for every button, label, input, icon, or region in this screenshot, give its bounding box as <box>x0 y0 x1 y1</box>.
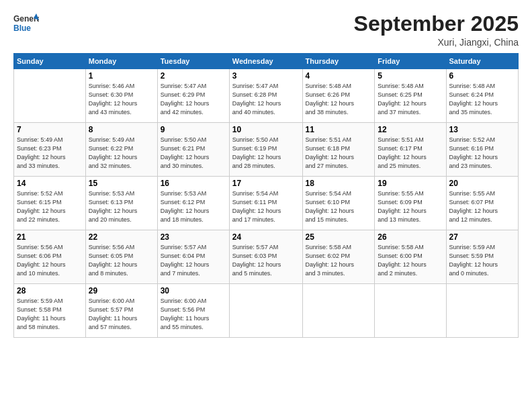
calendar-cell: 2Sunrise: 5:47 AM Sunset: 6:29 PM Daylig… <box>157 69 229 123</box>
day-info: Sunrise: 5:57 AM Sunset: 6:04 PM Dayligh… <box>161 243 226 278</box>
day-info: Sunrise: 5:55 AM Sunset: 6:07 PM Dayligh… <box>449 189 515 224</box>
day-info: Sunrise: 5:51 AM Sunset: 6:18 PM Dayligh… <box>306 136 372 171</box>
calendar-cell: 23Sunrise: 5:57 AM Sunset: 6:04 PM Dayli… <box>157 230 229 284</box>
day-info: Sunrise: 5:49 AM Sunset: 6:22 PM Dayligh… <box>89 136 154 171</box>
day-number: 4 <box>306 71 372 81</box>
calendar-cell <box>375 284 446 338</box>
day-number: 7 <box>17 125 83 134</box>
calendar-cell: 10Sunrise: 5:50 AM Sunset: 6:19 PM Dayli… <box>229 123 302 177</box>
day-info: Sunrise: 5:58 AM Sunset: 6:00 PM Dayligh… <box>378 243 443 278</box>
day-number: 29 <box>89 286 154 295</box>
day-number: 5 <box>378 71 443 81</box>
week-row-5: 28Sunrise: 5:59 AM Sunset: 5:58 PM Dayli… <box>14 284 519 338</box>
svg-text:Blue: Blue <box>13 24 31 33</box>
day-info: Sunrise: 5:49 AM Sunset: 6:23 PM Dayligh… <box>17 136 83 171</box>
day-number: 9 <box>161 125 226 134</box>
col-header-tuesday: Tuesday <box>157 54 229 69</box>
day-number: 6 <box>449 71 515 81</box>
day-info: Sunrise: 6:00 AM Sunset: 5:56 PM Dayligh… <box>161 297 226 332</box>
day-number: 11 <box>306 125 372 134</box>
calendar-cell: 1Sunrise: 5:46 AM Sunset: 6:30 PM Daylig… <box>85 69 157 123</box>
day-info: Sunrise: 5:52 AM Sunset: 6:15 PM Dayligh… <box>17 189 83 224</box>
day-info: Sunrise: 5:46 AM Sunset: 6:30 PM Dayligh… <box>89 82 154 117</box>
calendar-cell <box>446 284 518 338</box>
day-number: 19 <box>378 179 443 188</box>
calendar-table: SundayMondayTuesdayWednesdayThursdayFrid… <box>13 53 519 338</box>
day-number: 18 <box>306 179 372 188</box>
col-header-sunday: Sunday <box>14 54 86 69</box>
day-info: Sunrise: 5:57 AM Sunset: 6:03 PM Dayligh… <box>232 243 300 278</box>
calendar-cell: 28Sunrise: 5:59 AM Sunset: 5:58 PM Dayli… <box>14 284 86 338</box>
week-row-1: 1Sunrise: 5:46 AM Sunset: 6:30 PM Daylig… <box>14 69 519 123</box>
day-info: Sunrise: 5:48 AM Sunset: 6:24 PM Dayligh… <box>449 82 515 117</box>
day-info: Sunrise: 5:48 AM Sunset: 6:25 PM Dayligh… <box>378 82 443 117</box>
day-info: Sunrise: 5:50 AM Sunset: 6:19 PM Dayligh… <box>232 136 300 171</box>
col-header-wednesday: Wednesday <box>229 54 302 69</box>
location: Xuri, Jiangxi, China <box>354 37 519 48</box>
day-number: 28 <box>17 286 83 295</box>
calendar-cell <box>229 284 302 338</box>
calendar-cell: 20Sunrise: 5:55 AM Sunset: 6:07 PM Dayli… <box>446 177 518 230</box>
calendar-cell <box>302 284 375 338</box>
calendar-cell <box>14 69 86 123</box>
calendar-cell: 24Sunrise: 5:57 AM Sunset: 6:03 PM Dayli… <box>229 230 302 284</box>
calendar-cell: 14Sunrise: 5:52 AM Sunset: 6:15 PM Dayli… <box>14 177 86 230</box>
day-info: Sunrise: 5:56 AM Sunset: 6:05 PM Dayligh… <box>89 243 154 278</box>
calendar-cell: 18Sunrise: 5:54 AM Sunset: 6:10 PM Dayli… <box>302 177 375 230</box>
calendar-cell: 30Sunrise: 6:00 AM Sunset: 5:56 PM Dayli… <box>157 284 229 338</box>
day-number: 16 <box>161 179 226 188</box>
day-info: Sunrise: 5:53 AM Sunset: 6:12 PM Dayligh… <box>161 189 226 224</box>
day-info: Sunrise: 5:55 AM Sunset: 6:09 PM Dayligh… <box>378 189 443 224</box>
day-number: 12 <box>378 125 443 134</box>
calendar-cell: 25Sunrise: 5:58 AM Sunset: 6:02 PM Dayli… <box>302 230 375 284</box>
day-number: 3 <box>232 71 300 81</box>
calendar-cell: 29Sunrise: 6:00 AM Sunset: 5:57 PM Dayli… <box>85 284 157 338</box>
week-row-2: 7Sunrise: 5:49 AM Sunset: 6:23 PM Daylig… <box>14 123 519 177</box>
day-info: Sunrise: 5:54 AM Sunset: 6:11 PM Dayligh… <box>232 189 300 224</box>
calendar-cell: 27Sunrise: 5:59 AM Sunset: 5:59 PM Dayli… <box>446 230 518 284</box>
day-info: Sunrise: 5:58 AM Sunset: 6:02 PM Dayligh… <box>306 243 372 278</box>
calendar-cell: 12Sunrise: 5:51 AM Sunset: 6:17 PM Dayli… <box>375 123 446 177</box>
day-number: 26 <box>378 232 443 242</box>
day-number: 15 <box>89 179 154 188</box>
header-row: SundayMondayTuesdayWednesdayThursdayFrid… <box>14 54 519 69</box>
day-number: 21 <box>17 232 83 242</box>
day-info: Sunrise: 5:47 AM Sunset: 6:29 PM Dayligh… <box>161 82 226 117</box>
day-number: 20 <box>449 179 515 188</box>
logo: General Blue <box>13 12 39 36</box>
day-number: 13 <box>449 125 515 134</box>
day-info: Sunrise: 5:48 AM Sunset: 6:26 PM Dayligh… <box>306 82 372 117</box>
day-info: Sunrise: 5:47 AM Sunset: 6:28 PM Dayligh… <box>232 82 300 117</box>
day-number: 10 <box>232 125 300 134</box>
day-number: 22 <box>89 232 154 242</box>
day-number: 30 <box>161 286 226 295</box>
day-info: Sunrise: 5:59 AM Sunset: 5:58 PM Dayligh… <box>17 297 83 332</box>
day-info: Sunrise: 5:56 AM Sunset: 6:06 PM Dayligh… <box>17 243 83 278</box>
calendar-cell: 9Sunrise: 5:50 AM Sunset: 6:21 PM Daylig… <box>157 123 229 177</box>
calendar-cell: 3Sunrise: 5:47 AM Sunset: 6:28 PM Daylig… <box>229 69 302 123</box>
calendar-cell: 22Sunrise: 5:56 AM Sunset: 6:05 PM Dayli… <box>85 230 157 284</box>
day-info: Sunrise: 5:51 AM Sunset: 6:17 PM Dayligh… <box>378 136 443 171</box>
day-number: 23 <box>161 232 226 242</box>
day-number: 14 <box>17 179 83 188</box>
calendar-cell: 13Sunrise: 5:52 AM Sunset: 6:16 PM Dayli… <box>446 123 518 177</box>
week-row-4: 21Sunrise: 5:56 AM Sunset: 6:06 PM Dayli… <box>14 230 519 284</box>
day-info: Sunrise: 5:54 AM Sunset: 6:10 PM Dayligh… <box>306 189 372 224</box>
calendar-cell: 5Sunrise: 5:48 AM Sunset: 6:25 PM Daylig… <box>375 69 446 123</box>
logo-svg: General Blue <box>13 12 39 36</box>
day-number: 17 <box>232 179 300 188</box>
day-number: 8 <box>89 125 154 134</box>
day-number: 1 <box>89 71 154 81</box>
day-number: 25 <box>306 232 372 242</box>
day-number: 24 <box>232 232 300 242</box>
day-number: 2 <box>161 71 226 81</box>
col-header-thursday: Thursday <box>302 54 375 69</box>
calendar-cell: 7Sunrise: 5:49 AM Sunset: 6:23 PM Daylig… <box>14 123 86 177</box>
calendar-cell: 19Sunrise: 5:55 AM Sunset: 6:09 PM Dayli… <box>375 177 446 230</box>
col-header-saturday: Saturday <box>446 54 518 69</box>
day-number: 27 <box>449 232 515 242</box>
calendar-cell: 26Sunrise: 5:58 AM Sunset: 6:00 PM Dayli… <box>375 230 446 284</box>
calendar-cell: 16Sunrise: 5:53 AM Sunset: 6:12 PM Dayli… <box>157 177 229 230</box>
calendar-cell: 11Sunrise: 5:51 AM Sunset: 6:18 PM Dayli… <box>302 123 375 177</box>
calendar-cell: 21Sunrise: 5:56 AM Sunset: 6:06 PM Dayli… <box>14 230 86 284</box>
